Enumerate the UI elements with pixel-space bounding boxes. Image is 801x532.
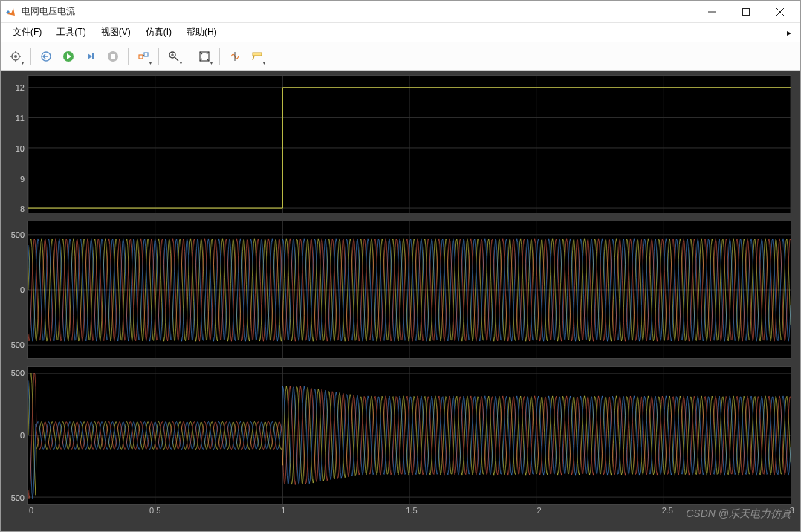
zoom-button[interactable]: ▼ (163, 46, 184, 67)
plot-1-yaxis: 12 11 10 9 8 (5, 75, 27, 213)
toolbar: ▼ ▼ ▼ ▼ ▼ (1, 42, 800, 71)
xtick: 0.5 (149, 506, 160, 515)
ytick: 500 (11, 230, 25, 239)
svg-point-5 (14, 55, 17, 58)
separator (30, 48, 31, 65)
separator (219, 48, 220, 65)
menu-overflow-icon[interactable]: ▸ (784, 27, 794, 38)
ytick: 10 (16, 144, 25, 153)
plot-2-canvas (27, 221, 791, 359)
xtick: 0 (29, 506, 33, 515)
ytick: 500 (11, 369, 25, 377)
title-bar: 电网电压电流 (1, 1, 800, 23)
xtick: 3 (790, 506, 794, 515)
menu-view[interactable]: 视图(V) (95, 24, 137, 41)
ytick: 9 (20, 175, 25, 184)
close-button[interactable] (763, 1, 797, 23)
svg-line-25 (253, 56, 254, 60)
separator (158, 48, 159, 65)
xtick: 1.5 (406, 506, 417, 515)
menu-help[interactable]: 帮助(H) (181, 24, 223, 41)
window-title: 电网电压电流 (22, 5, 695, 18)
window-controls (695, 1, 797, 23)
step-back-button[interactable] (36, 46, 56, 67)
svg-rect-24 (253, 53, 262, 56)
x-axis: 0 0.5 1 1.5 2 2.5 3 (27, 506, 796, 516)
svg-rect-16 (144, 53, 148, 56)
matlab-icon (5, 6, 17, 18)
settings-button[interactable]: ▼ (5, 46, 26, 67)
xtick: 1 (281, 506, 285, 515)
menu-simulation[interactable]: 仿真(I) (140, 24, 178, 41)
maximize-button[interactable] (729, 1, 763, 23)
plot-2[interactable]: 500 0 -500 (5, 221, 796, 359)
stop-button[interactable] (103, 46, 123, 67)
menu-tools[interactable]: 工具(T) (51, 24, 91, 41)
minimize-button[interactable] (695, 1, 729, 23)
svg-rect-15 (139, 55, 143, 59)
ytick: -500 (8, 340, 25, 349)
highlight-button[interactable]: ▼ (133, 46, 154, 67)
ytick: -500 (8, 493, 25, 502)
svg-rect-14 (111, 54, 115, 59)
ytick: 0 (20, 285, 25, 294)
measurements-button[interactable]: ▼ (247, 46, 267, 67)
autoscale-button[interactable]: ▼ (194, 46, 215, 67)
run-button[interactable] (58, 46, 79, 67)
plot-1-canvas (27, 75, 791, 213)
plot-2-yaxis: 500 0 -500 (5, 221, 27, 359)
ytick: 12 (16, 83, 25, 92)
menu-bar: 文件(F) 工具(T) 视图(V) 仿真(I) 帮助(H) ▸ (1, 23, 800, 42)
svg-rect-1 (743, 8, 750, 15)
scope-window: 电网电压电流 文件(F) 工具(T) 视图(V) 仿真(I) 帮助(H) ▸ ▼… (0, 0, 801, 532)
plot-3[interactable]: 500 0 -500 (5, 366, 796, 505)
ytick: 8 (20, 204, 25, 213)
separator (189, 48, 189, 65)
plot-1[interactable]: 12 11 10 9 8 (5, 75, 796, 213)
step-forward-button[interactable] (80, 46, 101, 67)
ytick: 0 (20, 431, 25, 440)
separator (128, 48, 129, 65)
cursor-button[interactable] (224, 46, 245, 67)
ytick: 11 (16, 114, 25, 123)
xtick: 2.5 (662, 506, 673, 515)
menu-file[interactable]: 文件(F) (7, 24, 48, 41)
scope-area: 12 11 10 9 8 500 0 -500 (1, 71, 800, 531)
plot-3-canvas (27, 366, 791, 505)
plot-3-yaxis: 500 0 -500 (5, 366, 27, 505)
xtick: 2 (537, 506, 542, 515)
